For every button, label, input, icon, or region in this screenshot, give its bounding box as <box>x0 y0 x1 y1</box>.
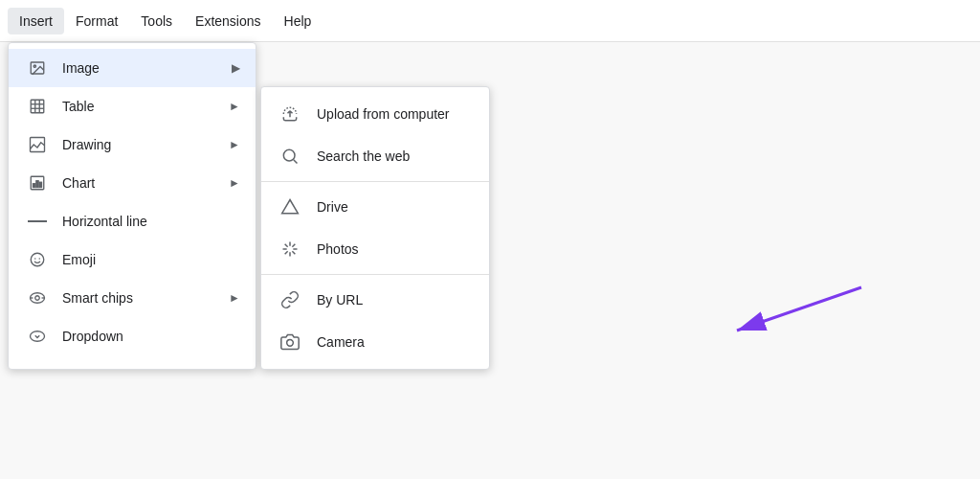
insert-dropdown: Image ▶ Table ► <box>8 42 256 370</box>
submenu-divider-2 <box>261 274 489 275</box>
dash-icon <box>24 220 51 222</box>
menu-insert[interactable]: Insert <box>8 8 64 34</box>
svg-point-23 <box>287 340 294 347</box>
svg-point-1 <box>33 65 35 67</box>
svg-rect-7 <box>31 138 45 152</box>
submenu-camera-label: Camera <box>317 334 365 350</box>
menu-item-dropdown-label: Dropdown <box>62 329 240 344</box>
menu-extensions-label: Extensions <box>195 13 260 29</box>
menu-item-drawing-label: Drawing <box>62 137 229 152</box>
submenu-item-camera[interactable]: Camera <box>261 321 489 363</box>
menu-item-chart-label: Chart <box>62 175 229 191</box>
emoji-icon <box>24 251 51 268</box>
menu-item-dropdown[interactable]: Dropdown <box>9 317 256 355</box>
chart-icon <box>24 174 51 192</box>
svg-rect-2 <box>31 100 44 113</box>
menu-bar: Insert Format Tools Extensions Help <box>0 0 980 42</box>
menu-item-chart[interactable]: Chart ► <box>9 164 256 202</box>
menu-item-smart-chips[interactable]: Smart chips ► <box>9 279 256 317</box>
svg-point-12 <box>31 253 44 266</box>
menu-item-emoji[interactable]: Emoji <box>9 240 256 279</box>
table-arrow: ► <box>229 100 240 113</box>
image-icon <box>24 59 51 77</box>
submenu-photos-label: Photos <box>317 241 359 257</box>
menu-help-label: Help <box>284 13 312 29</box>
menu-tools[interactable]: Tools <box>129 8 184 34</box>
menu-item-horizontal-line-label: Horizontal line <box>62 214 240 229</box>
image-submenu: Upload from computer Search the web Driv… <box>260 86 490 370</box>
menu-item-table-label: Table <box>62 99 229 114</box>
svg-point-13 <box>34 258 36 260</box>
menu-item-image-label: Image <box>62 60 232 76</box>
link-icon <box>277 290 303 309</box>
image-arrow: ▶ <box>232 61 240 75</box>
menu-item-emoji-label: Emoji <box>62 252 240 267</box>
svg-point-16 <box>35 296 40 301</box>
search-web-icon <box>277 147 303 166</box>
svg-line-25 <box>737 287 861 331</box>
submenu-item-upload[interactable]: Upload from computer <box>261 93 489 135</box>
camera-icon <box>277 332 303 352</box>
dropdown-icon <box>24 328 51 345</box>
table-icon <box>24 98 51 115</box>
menu-insert-label: Insert <box>19 13 53 29</box>
submenu-item-drive[interactable]: Drive <box>261 186 489 228</box>
submenu-item-photos[interactable]: Photos <box>261 228 489 270</box>
photos-icon <box>277 240 303 259</box>
drawing-icon <box>24 136 51 153</box>
menu-format-label: Format <box>76 13 118 29</box>
drive-icon <box>277 197 303 217</box>
svg-marker-22 <box>282 200 299 214</box>
menu-item-drawing[interactable]: Drawing ► <box>9 125 256 164</box>
submenu-upload-label: Upload from computer <box>317 106 450 122</box>
smart-chips-arrow: ► <box>229 291 240 305</box>
menu-item-smart-chips-label: Smart chips <box>62 290 229 306</box>
upload-icon <box>277 104 303 124</box>
svg-rect-11 <box>39 182 41 187</box>
menu-tools-label: Tools <box>141 13 172 29</box>
menu-item-table[interactable]: Table ► <box>9 87 256 125</box>
svg-point-19 <box>31 331 45 342</box>
menu-item-image[interactable]: Image ▶ <box>9 49 256 87</box>
submenu-by-url-label: By URL <box>317 292 363 308</box>
menu-help[interactable]: Help <box>273 8 323 34</box>
menu-item-horizontal-line[interactable]: Horizontal line <box>9 202 256 240</box>
menus-container: Image ▶ Table ► <box>0 42 490 370</box>
menu-format[interactable]: Format <box>64 8 129 34</box>
submenu-item-by-url[interactable]: By URL <box>261 279 489 321</box>
submenu-item-search-web[interactable]: Search the web <box>261 135 489 177</box>
svg-point-14 <box>39 258 41 260</box>
submenu-search-web-label: Search the web <box>317 148 410 164</box>
svg-rect-10 <box>36 181 38 188</box>
by-url-arrow <box>670 278 880 393</box>
smart-chips-icon <box>24 289 51 307</box>
svg-line-21 <box>294 160 298 164</box>
svg-point-20 <box>283 149 295 161</box>
submenu-drive-label: Drive <box>317 199 348 215</box>
svg-rect-9 <box>33 184 35 188</box>
chart-arrow: ► <box>229 176 240 190</box>
submenu-divider-1 <box>261 181 489 182</box>
menu-extensions[interactable]: Extensions <box>184 8 272 34</box>
drawing-arrow: ► <box>229 138 240 151</box>
